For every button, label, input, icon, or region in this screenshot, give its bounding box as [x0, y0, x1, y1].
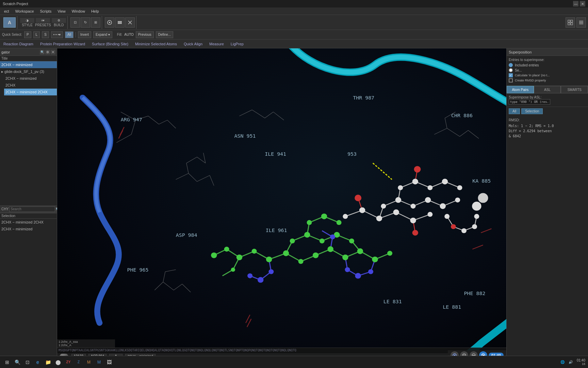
svg-point-154: [355, 195, 361, 201]
rmsd-section: RMSD: Mols: 1 − 2; RMS = 1.0 Diff = 2.62…: [507, 116, 588, 141]
svg-point-144: [455, 198, 460, 202]
svg-point-98: [349, 239, 354, 243]
svg-line-31: [176, 173, 189, 180]
taskbar-image[interactable]: 🖼: [105, 358, 114, 367]
svg-line-24: [273, 112, 284, 120]
ligprep-btn[interactable]: LigPrep: [229, 41, 246, 47]
invert-button[interactable]: Invert: [78, 31, 91, 38]
expand-button[interactable]: Expand ▾: [93, 31, 112, 38]
chy-search-input[interactable]: [9, 206, 55, 212]
entry-2chx-minimized[interactable]: 2CHX − minimized: [0, 61, 57, 68]
extra-tool-3[interactable]: [125, 17, 135, 28]
lower-entry-1[interactable]: 2CHX − minimized 2CHX: [0, 219, 57, 226]
style-button[interactable]: ◑: [20, 18, 34, 23]
svg-point-102: [231, 267, 235, 272]
extra-tool-2[interactable]: [115, 17, 125, 28]
qs-dotdot-button[interactable]: • • •▾: [51, 31, 63, 38]
lower-entry-2[interactable]: 2CHX − minimized: [0, 226, 57, 232]
title-column-header: Title: [1, 57, 8, 60]
tab-asl[interactable]: ASL: [534, 86, 561, 93]
fit-view-button[interactable]: ⊡: [70, 17, 80, 28]
menu-view[interactable]: View: [55, 9, 68, 14]
svg-rect-8: [571, 23, 573, 25]
taskbar-m1[interactable]: M: [84, 358, 93, 367]
tab-smarts[interactable]: SMARTS: [561, 86, 588, 93]
svg-point-142: [425, 197, 431, 203]
superimpose-asl-section: Superimpose by ASL:: [507, 93, 588, 107]
build-button[interactable]: ⚙: [52, 18, 66, 23]
toolbar-view-section: ⊡ ↻ ⊞: [69, 16, 102, 29]
entry-2chx-min-2chx[interactable]: 2CHX − minimized 2CHX: [4, 89, 57, 95]
quick-align-btn[interactable]: Quick Align: [182, 41, 205, 47]
sidebar-search-icon[interactable]: 🔍: [40, 50, 45, 55]
selected-radio-label: Se...: [515, 68, 522, 72]
presets-button[interactable]: ≡▾: [36, 18, 50, 23]
entry-label: 2CHX − minimized: [1, 227, 32, 231]
list-view-button[interactable]: [576, 17, 586, 28]
menu-window[interactable]: Window: [69, 9, 88, 14]
measure-btn[interactable]: Measure: [207, 41, 226, 47]
style-label: STYLE: [22, 23, 33, 27]
taskbar-search[interactable]: 🔍: [13, 358, 22, 367]
entry-2chx-min-2[interactable]: 2CHX − minimized: [4, 75, 57, 82]
taskbar-zy[interactable]: ZY: [64, 358, 73, 367]
svg-rect-7: [568, 23, 570, 25]
qs-all-button[interactable]: All: [65, 31, 74, 38]
svg-point-106: [330, 234, 335, 239]
calc-place-checkbox[interactable]: ✓: [509, 73, 513, 77]
sidebar-close-icon[interactable]: ✕: [51, 50, 55, 55]
menu-help[interactable]: Help: [88, 9, 102, 14]
menu-workspace[interactable]: Workspace: [13, 9, 37, 14]
qs-p-button[interactable]: P: [24, 31, 31, 38]
close-button[interactable]: ✕: [580, 1, 585, 6]
sidebar-settings-icon[interactable]: ⚙: [45, 50, 50, 55]
entry-label: ▸ glide-dock_SF_1_pv (3): [1, 70, 44, 74]
taskbar-m2[interactable]: M: [95, 358, 103, 367]
svg-point-100: [321, 214, 327, 219]
taskbar-folder[interactable]: 📁: [44, 358, 52, 367]
bottom-sequence-labels: 1:2chx_A_ssa 1:2chx_A: [57, 339, 115, 348]
entry-label: 2CHX − minimized: [5, 76, 36, 80]
all-selection-button[interactable]: All: [509, 108, 520, 114]
menu-ect[interactable]: ect: [1, 9, 12, 14]
minimize-button[interactable]: —: [573, 1, 578, 6]
entry-glide-dock[interactable]: ▸ glide-dock_SF_1_pv (3): [0, 68, 57, 75]
tab-atom-pairs[interactable]: Atom Pairs: [507, 86, 534, 93]
asl-input[interactable]: [509, 99, 550, 105]
taskbar-chrome[interactable]: ⬤: [54, 358, 63, 367]
right-panel: Superposition Entries to superimpose: In…: [506, 48, 588, 368]
taskbar-browser[interactable]: e: [33, 358, 42, 367]
selection-button[interactable]: Selection: [521, 108, 543, 114]
taskbar-z[interactable]: Z: [74, 358, 83, 367]
menu-scripts[interactable]: Scripts: [37, 9, 54, 14]
selected-radio[interactable]: [509, 68, 513, 72]
extra-tool-1[interactable]: [105, 17, 114, 28]
reaction-diagram-btn[interactable]: Reaction Diagram: [1, 41, 35, 47]
sidebar: gator 🔍 ⚙ ✕ Title 2CHX − minimized ▸ gli…: [0, 48, 57, 368]
create-rmsd-checkbox[interactable]: [509, 78, 513, 82]
res-label-ile961: ILE 961: [266, 227, 287, 233]
zoom-button[interactable]: ⊞: [91, 17, 100, 28]
select-mode-button[interactable]: A: [3, 17, 16, 28]
taskbar-start[interactable]: ⊞: [3, 358, 12, 367]
svg-point-150: [444, 214, 450, 219]
surface-btn[interactable]: Surface (Binding Site): [90, 41, 130, 47]
svg-line-21: [239, 110, 252, 116]
rotate-button[interactable]: ↻: [81, 17, 90, 28]
fill-label: Fill:: [117, 33, 122, 36]
previous-button[interactable]: Previous: [136, 31, 154, 38]
entry-2chx[interactable]: 2CHX: [4, 82, 57, 89]
included-radio[interactable]: [509, 63, 513, 67]
qs-l-button[interactable]: L: [33, 31, 40, 38]
protein-prep-btn[interactable]: Protein Preparation Wizard: [38, 41, 87, 47]
svg-point-90: [342, 255, 348, 260]
svg-point-109: [368, 269, 373, 274]
grid-view-button[interactable]: [566, 17, 575, 28]
qs-s-button[interactable]: S: [42, 31, 49, 38]
define-button[interactable]: Define...: [156, 31, 173, 38]
taskbar-taskview[interactable]: ⊡: [23, 358, 32, 367]
viewport[interactable]: ARG 947 THR 987 CHR 886 ASN 951 ILE 941 …: [57, 48, 506, 368]
minimize-atoms-btn[interactable]: Minimize Selected Atoms: [133, 41, 179, 47]
sidebar-header-controls: 🔍 ⚙ ✕: [40, 50, 55, 55]
svg-point-148: [442, 179, 448, 184]
